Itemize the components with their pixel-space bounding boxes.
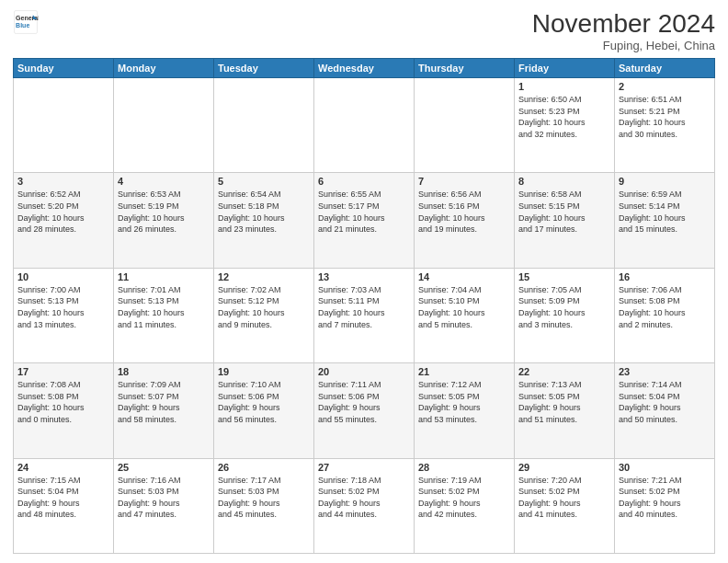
calendar-cell: 13Sunrise: 7:03 AM Sunset: 5:11 PM Dayli… [314, 268, 415, 362]
calendar-week-3: 17Sunrise: 7:08 AM Sunset: 5:08 PM Dayli… [14, 363, 715, 458]
day-info: Sunrise: 7:11 AM Sunset: 5:06 PM Dayligh… [318, 379, 410, 425]
day-number: 25 [118, 462, 210, 473]
calendar-cell: 8Sunrise: 6:58 AM Sunset: 5:15 PM Daylig… [515, 173, 615, 268]
day-number: 22 [518, 366, 610, 377]
day-number: 3 [17, 176, 109, 187]
calendar-cell: 28Sunrise: 7:19 AM Sunset: 5:02 PM Dayli… [415, 458, 515, 553]
calendar-cell: 18Sunrise: 7:09 AM Sunset: 5:07 PM Dayli… [114, 363, 214, 458]
day-info: Sunrise: 6:58 AM Sunset: 5:15 PM Dayligh… [518, 189, 610, 235]
calendar-cell: 23Sunrise: 7:14 AM Sunset: 5:04 PM Dayli… [615, 363, 715, 458]
day-number: 19 [218, 366, 310, 377]
day-info: Sunrise: 6:50 AM Sunset: 5:23 PM Dayligh… [518, 94, 610, 140]
day-info: Sunrise: 6:56 AM Sunset: 5:16 PM Dayligh… [418, 189, 510, 235]
calendar-cell: 30Sunrise: 7:21 AM Sunset: 5:02 PM Dayli… [615, 458, 715, 553]
day-number: 23 [619, 366, 711, 377]
day-number: 8 [518, 176, 610, 187]
day-info: Sunrise: 6:52 AM Sunset: 5:20 PM Dayligh… [17, 189, 109, 235]
calendar-cell: 7Sunrise: 6:56 AM Sunset: 5:16 PM Daylig… [415, 173, 515, 268]
day-number: 1 [518, 81, 610, 92]
day-info: Sunrise: 7:04 AM Sunset: 5:10 PM Dayligh… [418, 284, 510, 330]
calendar-week-1: 3Sunrise: 6:52 AM Sunset: 5:20 PM Daylig… [14, 173, 715, 268]
calendar-cell: 12Sunrise: 7:02 AM Sunset: 5:12 PM Dayli… [214, 268, 314, 362]
day-info: Sunrise: 7:00 AM Sunset: 5:13 PM Dayligh… [17, 284, 109, 330]
calendar-week-0: 1Sunrise: 6:50 AM Sunset: 5:23 PM Daylig… [14, 78, 715, 173]
col-monday: Monday [114, 59, 214, 78]
calendar-body: 1Sunrise: 6:50 AM Sunset: 5:23 PM Daylig… [14, 78, 715, 554]
calendar-cell: 22Sunrise: 7:13 AM Sunset: 5:05 PM Dayli… [515, 363, 615, 458]
col-saturday: Saturday [615, 59, 715, 78]
day-number: 28 [418, 462, 510, 473]
calendar-week-4: 24Sunrise: 7:15 AM Sunset: 5:04 PM Dayli… [14, 458, 715, 553]
day-number: 17 [17, 366, 109, 377]
day-info: Sunrise: 6:51 AM Sunset: 5:21 PM Dayligh… [619, 94, 711, 140]
calendar-cell [114, 78, 214, 173]
calendar-cell: 2Sunrise: 6:51 AM Sunset: 5:21 PM Daylig… [615, 78, 715, 173]
day-number: 14 [418, 271, 510, 282]
day-number: 12 [218, 271, 310, 282]
calendar-cell [214, 78, 314, 173]
day-number: 13 [318, 271, 410, 282]
day-number: 21 [418, 366, 510, 377]
col-friday: Friday [515, 59, 615, 78]
day-info: Sunrise: 7:06 AM Sunset: 5:08 PM Dayligh… [619, 284, 711, 330]
day-info: Sunrise: 7:03 AM Sunset: 5:11 PM Dayligh… [318, 284, 410, 330]
calendar-cell: 24Sunrise: 7:15 AM Sunset: 5:04 PM Dayli… [14, 458, 114, 553]
calendar-cell: 6Sunrise: 6:55 AM Sunset: 5:17 PM Daylig… [314, 173, 415, 268]
day-info: Sunrise: 7:17 AM Sunset: 5:03 PM Dayligh… [218, 475, 310, 521]
calendar-cell: 17Sunrise: 7:08 AM Sunset: 5:08 PM Dayli… [14, 363, 114, 458]
calendar-cell: 27Sunrise: 7:18 AM Sunset: 5:02 PM Dayli… [314, 458, 415, 553]
day-number: 30 [619, 462, 711, 473]
day-number: 7 [418, 176, 510, 187]
day-number: 4 [118, 176, 210, 187]
calendar-cell: 26Sunrise: 7:17 AM Sunset: 5:03 PM Dayli… [214, 458, 314, 553]
logo-icon: General Blue [13, 9, 39, 35]
day-number: 6 [318, 176, 410, 187]
day-info: Sunrise: 7:12 AM Sunset: 5:05 PM Dayligh… [418, 379, 510, 425]
day-info: Sunrise: 7:01 AM Sunset: 5:13 PM Dayligh… [118, 284, 210, 330]
day-info: Sunrise: 7:19 AM Sunset: 5:02 PM Dayligh… [418, 475, 510, 521]
day-number: 11 [118, 271, 210, 282]
day-info: Sunrise: 6:54 AM Sunset: 5:18 PM Dayligh… [218, 189, 310, 235]
calendar-cell: 16Sunrise: 7:06 AM Sunset: 5:08 PM Dayli… [615, 268, 715, 362]
day-info: Sunrise: 7:13 AM Sunset: 5:05 PM Dayligh… [518, 379, 610, 425]
calendar-cell: 25Sunrise: 7:16 AM Sunset: 5:03 PM Dayli… [114, 458, 214, 553]
calendar-cell: 15Sunrise: 7:05 AM Sunset: 5:09 PM Dayli… [515, 268, 615, 362]
day-number: 2 [619, 81, 711, 92]
calendar-week-2: 10Sunrise: 7:00 AM Sunset: 5:13 PM Dayli… [14, 268, 715, 362]
day-number: 29 [518, 462, 610, 473]
calendar-header-row: Sunday Monday Tuesday Wednesday Thursday… [14, 59, 715, 78]
day-info: Sunrise: 7:20 AM Sunset: 5:02 PM Dayligh… [518, 475, 610, 521]
day-info: Sunrise: 7:09 AM Sunset: 5:07 PM Dayligh… [118, 379, 210, 425]
day-info: Sunrise: 6:55 AM Sunset: 5:17 PM Dayligh… [318, 189, 410, 235]
calendar-cell [14, 78, 114, 173]
day-info: Sunrise: 7:10 AM Sunset: 5:06 PM Dayligh… [218, 379, 310, 425]
calendar-cell: 1Sunrise: 6:50 AM Sunset: 5:23 PM Daylig… [515, 78, 615, 173]
day-number: 15 [518, 271, 610, 282]
location: Fuping, Hebei, China [532, 39, 715, 52]
day-number: 16 [619, 271, 711, 282]
day-number: 27 [318, 462, 410, 473]
calendar-cell: 4Sunrise: 6:53 AM Sunset: 5:19 PM Daylig… [114, 173, 214, 268]
col-wednesday: Wednesday [314, 59, 415, 78]
calendar-cell: 9Sunrise: 6:59 AM Sunset: 5:14 PM Daylig… [615, 173, 715, 268]
calendar-cell: 10Sunrise: 7:00 AM Sunset: 5:13 PM Dayli… [14, 268, 114, 362]
month-title: November 2024 [532, 9, 715, 39]
day-info: Sunrise: 7:02 AM Sunset: 5:12 PM Dayligh… [218, 284, 310, 330]
day-number: 10 [17, 271, 109, 282]
calendar-cell: 19Sunrise: 7:10 AM Sunset: 5:06 PM Dayli… [214, 363, 314, 458]
calendar-cell [415, 78, 515, 173]
title-block: November 2024 Fuping, Hebei, China [532, 9, 715, 52]
day-number: 26 [218, 462, 310, 473]
calendar-cell: 21Sunrise: 7:12 AM Sunset: 5:05 PM Dayli… [415, 363, 515, 458]
day-info: Sunrise: 7:15 AM Sunset: 5:04 PM Dayligh… [17, 475, 109, 521]
day-number: 9 [619, 176, 711, 187]
day-number: 5 [218, 176, 310, 187]
logo: General Blue General Blue [13, 9, 39, 35]
day-info: Sunrise: 7:16 AM Sunset: 5:03 PM Dayligh… [118, 475, 210, 521]
header: General Blue General Blue November 2024 … [13, 9, 715, 52]
col-sunday: Sunday [14, 59, 114, 78]
day-number: 18 [118, 366, 210, 377]
day-info: Sunrise: 7:21 AM Sunset: 5:02 PM Dayligh… [619, 475, 711, 521]
calendar-cell: 3Sunrise: 6:52 AM Sunset: 5:20 PM Daylig… [14, 173, 114, 268]
calendar-table: Sunday Monday Tuesday Wednesday Thursday… [13, 58, 715, 554]
